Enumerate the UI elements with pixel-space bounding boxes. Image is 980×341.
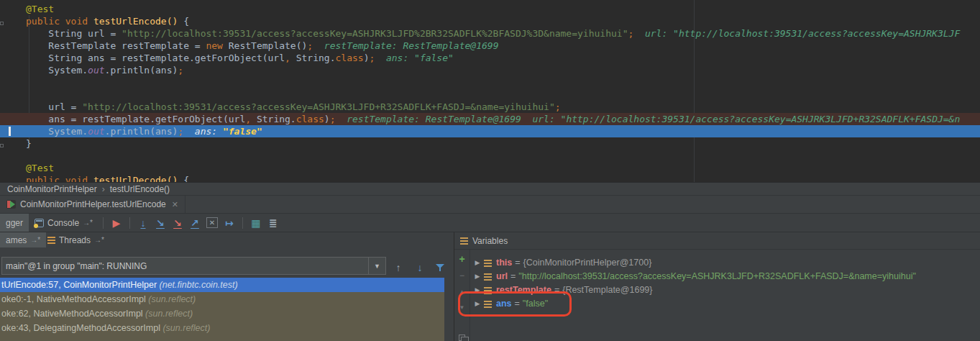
code-line[interactable]: }	[26, 137, 980, 150]
tab-debugger[interactable]: gger	[0, 214, 29, 232]
close-icon[interactable]: ✕	[172, 200, 178, 209]
run-to-cursor-button[interactable]: ↦	[221, 215, 238, 231]
stack-frame[interactable]: tUrlEncode:57, CoinMonitorPrintHelper (n…	[0, 278, 444, 292]
code-line[interactable]: System.out.println(ans); ans: "false"	[0, 125, 980, 137]
expand-arrow-icon[interactable]: ▶	[471, 256, 484, 270]
show-execution-point-button[interactable]: ▶	[108, 215, 125, 231]
debugger-bottom-area: ames →* Threads →* main"@1 in group "mai…	[0, 232, 980, 341]
chevron-down-icon[interactable]: ▼	[368, 258, 385, 274]
chevron-right-icon: ›	[102, 184, 105, 194]
variable-icon	[484, 301, 492, 308]
frames-panel: ames →* Threads →* main"@1 in group "mai…	[0, 232, 454, 341]
editor-tab-bar: CoinMonitorPrintHelper.testUrlEncode ✕	[0, 195, 980, 213]
variable-row[interactable]: ▶this={CoinMonitorPrintHelper@1700}	[471, 256, 980, 270]
console-tab-label: Console	[47, 218, 79, 228]
tab-title: CoinMonitorPrintHelper.testUrlEncode	[20, 199, 166, 209]
frames-tab-label: ames	[6, 235, 27, 245]
fold-marker-icon[interactable]	[0, 22, 4, 25]
previous-frame-button[interactable]: ↑	[392, 260, 405, 276]
variable-row[interactable]: ▶ans="false"	[471, 297, 980, 311]
code-line[interactable]: public void testUrlDecode() {	[26, 174, 980, 182]
code-line[interactable]: String url = "http://localhost:39531/acc…	[26, 27, 980, 40]
fold-marker-icon[interactable]	[0, 144, 4, 147]
stack-frame[interactable]: oke:43, DelegatingMethodAccessorImpl (su…	[0, 321, 444, 335]
tab-options-icon[interactable]: →*	[94, 236, 104, 244]
add-watch-button[interactable]: +	[457, 254, 467, 264]
step-over-button[interactable]: ↓	[134, 215, 152, 231]
tab-options-icon[interactable]: →*	[30, 236, 40, 244]
threads-icon	[47, 237, 55, 244]
code-line[interactable]	[26, 88, 980, 101]
breadcrumb: CoinMonitorPrintHelper › testUrlEncode()	[0, 182, 980, 195]
hide-library-frames-filter-icon[interactable]	[435, 263, 445, 273]
force-step-into-button[interactable]: ↘	[169, 215, 186, 231]
expand-arrow-icon[interactable]: ▶	[471, 270, 484, 283]
move-up-button[interactable]: ▲	[457, 287, 467, 296]
variables-title: Variables	[472, 236, 508, 246]
stack-frame-list: tUrlEncode:57, CoinMonitorPrintHelper (n…	[0, 278, 444, 341]
tab-coinmonitorprinthelper-testurlencode[interactable]: CoinMonitorPrintHelper.testUrlEncode ✕	[0, 196, 186, 213]
toolbar-separator	[129, 217, 130, 229]
step-into-button[interactable]: ↘	[152, 215, 169, 231]
thread-selector-dropdown[interactable]: main"@1 in group "main": RUNNING ▼	[1, 257, 386, 275]
expand-arrow-icon[interactable]: ▶	[471, 297, 484, 311]
breadcrumb-method[interactable]: testUrlEncode()	[110, 184, 170, 194]
move-down-button[interactable]: ▼	[457, 303, 467, 312]
code-line[interactable]: RestTemplate restTemplate = new RestTemp…	[26, 40, 980, 52]
step-buttons: ▶↓↘↘↗✕↦▦≣	[108, 215, 282, 231]
stack-frame[interactable]: oke0:-1, NativeMethodAccessorImpl (sun.r…	[0, 292, 444, 306]
frames-toolbar: ↑ ↓	[392, 260, 445, 276]
next-frame-button[interactable]: ↓	[413, 260, 426, 276]
variables-tree: ▶this={CoinMonitorPrintHelper@1700}▶url=…	[471, 250, 980, 341]
code-line[interactable]	[26, 76, 980, 88]
drop-frame-button[interactable]: ✕	[206, 217, 218, 228]
code-editor[interactable]: @Testpublic void testUrlEncode() { Strin…	[0, 0, 980, 182]
code-line[interactable]: public void testUrlEncode() {	[26, 15, 980, 27]
layout-settings-button[interactable]: ≣	[265, 215, 282, 231]
debug-caret	[9, 127, 11, 136]
code-line[interactable]: ans = restTemplate.getForObject(url, Str…	[0, 113, 980, 125]
expand-arrow-icon[interactable]: ▶	[471, 283, 484, 297]
junit-run-icon	[6, 200, 16, 209]
toolbar-separator	[242, 217, 243, 229]
variable-icon	[484, 260, 492, 267]
variables-icon	[460, 237, 468, 245]
variable-row[interactable]: ▶restTemplate={RestTemplate@1699}	[471, 283, 980, 297]
code-line[interactable]: @Test	[26, 3, 980, 15]
code-line[interactable]: System.out.println(ans);	[26, 64, 980, 76]
code-line[interactable]: String ans = restTemplate.getForObject(u…	[26, 52, 980, 64]
tab-console[interactable]: Console →*	[29, 214, 99, 232]
stack-frame[interactable]: oke:62, NativeMethodAccessorImpl (sun.re…	[0, 306, 444, 321]
variables-header: Variables	[454, 232, 980, 250]
variables-side-toolbar: + − ▲ ▼	[454, 250, 470, 341]
debugger-tab-label: gger	[6, 218, 23, 228]
tab-options-icon[interactable]: →*	[83, 219, 93, 227]
breadcrumb-class[interactable]: CoinMonitorPrintHelper	[7, 184, 97, 194]
code-line[interactable]: url = "http://localhost:39531/access?acc…	[26, 101, 980, 113]
code-line[interactable]: @Test	[26, 162, 980, 174]
code-line[interactable]	[26, 150, 980, 162]
thread-status: main"@1 in group "main": RUNNING	[2, 261, 368, 271]
remove-watch-button[interactable]: −	[457, 270, 467, 281]
tab-frames[interactable]: ames →*	[0, 232, 46, 247]
evaluate-expression-button[interactable]: ▦	[247, 215, 265, 231]
tab-threads[interactable]: Threads →*	[42, 232, 110, 247]
copy-icon[interactable]	[459, 335, 465, 341]
step-out-button[interactable]: ↗	[186, 215, 203, 231]
variable-icon	[484, 273, 492, 281]
variable-row[interactable]: ▶url="http://localhost:39531/access?acce…	[471, 270, 980, 283]
toolbar-separator	[103, 217, 104, 229]
threads-tab-label: Threads	[59, 235, 91, 245]
code-lines: @Testpublic void testUrlEncode() { Strin…	[0, 0, 980, 182]
variables-panel: Variables + − ▲ ▼ ▶this={CoinMonitorPrin…	[454, 232, 980, 341]
variable-icon	[484, 287, 492, 294]
console-icon	[35, 219, 44, 227]
debug-toolbar: gger Console →* ▶↓↘↘↗✕↦▦≣	[0, 213, 980, 232]
